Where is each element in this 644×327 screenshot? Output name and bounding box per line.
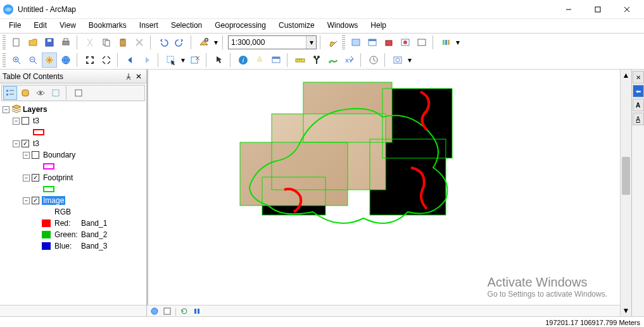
polygon-symbol-icon[interactable] xyxy=(43,163,54,170)
list-by-visibility-button[interactable] xyxy=(34,86,47,100)
toc-options-button[interactable] xyxy=(72,86,85,100)
identify-button[interactable]: i xyxy=(236,52,251,68)
collapse-icon[interactable]: − xyxy=(13,118,20,125)
collapse-icon[interactable]: − xyxy=(23,152,30,159)
catalog-button[interactable] xyxy=(348,35,363,50)
refresh-button[interactable] xyxy=(179,306,189,316)
clear-selection-button[interactable] xyxy=(187,52,203,68)
html-popup-button[interactable] xyxy=(268,52,284,68)
data-view-button[interactable] xyxy=(149,306,160,316)
undo-button[interactable] xyxy=(156,35,171,50)
copy-button[interactable] xyxy=(99,35,114,50)
menu-selection[interactable]: Selection xyxy=(165,19,208,33)
scroll-thumb[interactable] xyxy=(622,157,630,195)
layer-checkbox[interactable] xyxy=(22,117,29,125)
prev-extent-button[interactable] xyxy=(123,52,138,68)
polygon-symbol-icon[interactable] xyxy=(33,129,44,135)
measure-button[interactable] xyxy=(293,52,308,68)
rail-tab-b[interactable]: A xyxy=(633,113,644,125)
new-button[interactable] xyxy=(9,35,24,50)
redo-button[interactable] xyxy=(172,35,187,50)
layer-checkbox[interactable] xyxy=(22,140,29,147)
time-slider-button[interactable] xyxy=(366,52,381,68)
layer-checkbox[interactable] xyxy=(32,197,39,204)
open-button[interactable] xyxy=(25,35,41,50)
pause-drawing-button[interactable] xyxy=(192,306,202,316)
select-elements-button[interactable] xyxy=(212,52,227,68)
save-button[interactable] xyxy=(42,35,57,50)
collapse-icon[interactable]: − xyxy=(3,106,9,113)
tree-item[interactable]: − t3 xyxy=(0,138,146,149)
zoom-out-button[interactable] xyxy=(25,52,41,68)
minimize-button[interactable] xyxy=(554,0,583,19)
menu-customize[interactable]: Customize xyxy=(272,19,321,33)
polygon-symbol-icon[interactable] xyxy=(43,186,54,192)
rail-close-button[interactable]: ✕ xyxy=(633,71,644,83)
tree-item[interactable]: − Footprint xyxy=(0,172,146,183)
arctoolbox-button[interactable] xyxy=(381,35,396,50)
rail-back-button[interactable]: ⬅ xyxy=(633,85,644,97)
menu-view[interactable]: View xyxy=(53,19,82,33)
pin-icon[interactable] xyxy=(123,71,134,82)
tree-root[interactable]: − Layers xyxy=(0,104,146,115)
menu-help[interactable]: Help xyxy=(364,19,393,33)
select-features-button[interactable] xyxy=(163,52,179,68)
menu-geoprocessing[interactable]: Geoprocessing xyxy=(208,19,272,33)
layout-view-button[interactable] xyxy=(162,306,172,316)
list-by-source-button[interactable] xyxy=(18,86,32,100)
scale-dropdown[interactable]: ▾ xyxy=(306,36,316,49)
search-window-button[interactable] xyxy=(365,35,380,50)
goto-xy-button[interactable]: XY xyxy=(342,52,357,68)
add-data-dropdown[interactable]: ▾ xyxy=(213,35,219,50)
map-view[interactable]: Activate Windows Go to Settings to activ… xyxy=(147,70,620,305)
menu-file[interactable]: File xyxy=(3,19,27,33)
toolbar-grip[interactable] xyxy=(3,35,6,49)
select-features-dropdown[interactable]: ▾ xyxy=(180,52,186,68)
zoom-in-button[interactable] xyxy=(9,52,24,68)
print-button[interactable] xyxy=(58,35,73,50)
collapse-icon[interactable]: − xyxy=(23,197,30,204)
hyperlink-button[interactable] xyxy=(252,52,267,68)
collapse-icon[interactable]: − xyxy=(23,175,30,182)
vertical-scrollbar[interactable]: ▲ ▼ xyxy=(620,70,631,316)
cut-button[interactable] xyxy=(82,35,98,50)
create-viewer-button[interactable] xyxy=(390,52,405,68)
toolbar-grip[interactable] xyxy=(3,53,6,67)
viewer-dropdown[interactable]: ▾ xyxy=(407,52,413,68)
pan-button[interactable] xyxy=(42,52,57,68)
fixed-zoom-out-button[interactable] xyxy=(99,52,114,68)
map-scale-input[interactable] xyxy=(228,35,317,49)
tree-item[interactable]: − t3 xyxy=(0,115,146,126)
modelbuilder-button[interactable] xyxy=(414,35,429,50)
scroll-up-icon[interactable]: ▲ xyxy=(621,70,631,81)
add-data-button[interactable] xyxy=(196,35,212,50)
menu-windows[interactable]: Windows xyxy=(321,19,365,33)
toolbar-grip[interactable] xyxy=(342,35,345,49)
delete-button[interactable] xyxy=(132,35,147,50)
collapse-icon[interactable]: − xyxy=(13,140,20,147)
menu-edit[interactable]: Edit xyxy=(27,19,53,33)
menu-insert[interactable]: Insert xyxy=(133,19,165,33)
toc-dropdown[interactable]: ▾ xyxy=(455,35,461,50)
list-by-drawing-order-button[interactable] xyxy=(3,86,17,100)
scroll-down-icon[interactable]: ▼ xyxy=(621,305,631,316)
list-by-selection-button[interactable] xyxy=(49,86,63,100)
editor-toolbar-button[interactable] xyxy=(325,35,341,50)
menu-bookmarks[interactable]: Bookmarks xyxy=(82,19,133,33)
toc-close-button[interactable]: ✕ xyxy=(134,71,144,82)
python-window-button[interactable] xyxy=(398,35,413,50)
table-of-contents-button[interactable] xyxy=(438,35,453,50)
find-route-button[interactable] xyxy=(325,52,341,68)
layer-checkbox[interactable] xyxy=(32,174,39,182)
maximize-button[interactable] xyxy=(583,0,612,19)
paste-button[interactable] xyxy=(115,35,130,50)
rail-tab-a[interactable]: A xyxy=(633,99,644,111)
next-extent-button[interactable] xyxy=(139,52,155,68)
tree-item[interactable]: − Image xyxy=(0,195,146,206)
find-button[interactable] xyxy=(309,52,324,68)
tree-item[interactable]: − Boundary xyxy=(0,149,146,161)
layer-checkbox[interactable] xyxy=(32,151,39,159)
close-button[interactable] xyxy=(612,0,641,19)
full-extent-button[interactable] xyxy=(58,52,73,68)
fixed-zoom-in-button[interactable] xyxy=(82,52,98,68)
